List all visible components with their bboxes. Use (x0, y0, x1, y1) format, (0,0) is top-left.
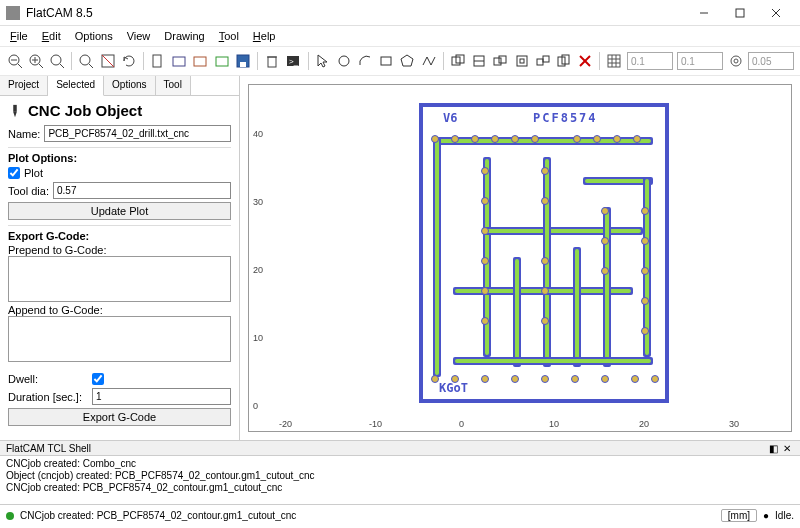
menu-options[interactable]: Options (69, 28, 119, 44)
svg-marker-53 (13, 111, 17, 116)
new-icon[interactable] (150, 51, 167, 71)
svg-rect-23 (268, 57, 276, 67)
svg-line-14 (89, 64, 93, 68)
arc-icon[interactable] (357, 51, 374, 71)
svg-text:>_: >_ (289, 57, 299, 66)
svg-point-50 (734, 59, 738, 63)
shell-line: CNCjob created: Combo_cnc (6, 458, 794, 470)
zoom-reset-icon[interactable] (78, 51, 95, 71)
path-icon[interactable] (420, 51, 437, 71)
minimize-button[interactable] (686, 3, 722, 23)
open-excellon-icon[interactable] (192, 51, 209, 71)
menu-help[interactable]: Help (247, 28, 282, 44)
svg-point-28 (339, 56, 349, 66)
delete-icon[interactable] (264, 51, 281, 71)
plot-area[interactable]: 0 10 20 30 40 -20 -10 0 10 20 30 V6 PCF8… (240, 76, 800, 440)
subtract-icon[interactable] (492, 51, 509, 71)
open-gcode-icon[interactable] (213, 51, 230, 71)
y-tick: 20 (253, 265, 263, 275)
grid-y-input[interactable] (677, 52, 723, 70)
copy-icon[interactable] (555, 51, 572, 71)
status-bar: CNCjob created: PCB_PCF8574_02_contour.g… (0, 504, 800, 526)
dwell-checkbox[interactable] (92, 373, 104, 385)
menu-edit[interactable]: Edit (36, 28, 67, 44)
plot-canvas: 0 10 20 30 40 -20 -10 0 10 20 30 V6 PCF8… (248, 84, 792, 432)
name-input[interactable] (44, 125, 231, 142)
shell-undock-icon[interactable]: ◧ (766, 443, 780, 454)
svg-rect-35 (494, 58, 501, 65)
tool-dia-input[interactable] (53, 182, 231, 199)
rect-icon[interactable] (378, 51, 395, 71)
delete-shape-icon[interactable] (576, 51, 593, 71)
tab-options[interactable]: Options (104, 76, 155, 95)
maximize-button[interactable] (722, 3, 758, 23)
units-indicator[interactable]: [mm] (721, 509, 757, 522)
svg-rect-36 (499, 56, 506, 63)
snap-input[interactable] (748, 52, 794, 70)
dwell-label: Dwell: (8, 373, 88, 385)
svg-line-12 (60, 64, 64, 68)
export-gcode-button[interactable]: Export G-Code (8, 408, 231, 426)
x-tick: 0 (459, 419, 464, 429)
svg-line-16 (102, 55, 114, 67)
toolbar: >_ (0, 46, 800, 76)
duration-input[interactable] (92, 388, 231, 405)
x-tick: -10 (369, 419, 382, 429)
svg-rect-39 (537, 59, 543, 65)
menu-view[interactable]: View (121, 28, 157, 44)
shell-close-icon[interactable]: ✕ (780, 443, 794, 454)
tab-tool[interactable]: Tool (156, 76, 191, 95)
tcl-shell[interactable]: CNCjob created: Combo_cnc Object (cncjob… (0, 456, 800, 504)
svg-rect-22 (240, 62, 246, 67)
x-tick: -20 (279, 419, 292, 429)
svg-rect-45 (608, 55, 620, 67)
svg-rect-20 (216, 57, 228, 66)
zoom-in-icon[interactable] (27, 51, 44, 71)
select-icon[interactable] (315, 51, 332, 71)
zoom-fit-icon[interactable] (48, 51, 65, 71)
union-icon[interactable] (450, 51, 467, 71)
save-icon[interactable] (234, 51, 251, 71)
tool-dia-label: Tool dia: (8, 185, 49, 197)
menu-tool[interactable]: Tool (213, 28, 245, 44)
circle-icon[interactable] (336, 51, 353, 71)
y-tick: 40 (253, 129, 263, 139)
menu-drawing[interactable]: Drawing (158, 28, 210, 44)
window-controls (686, 3, 794, 23)
close-button[interactable] (758, 3, 794, 23)
panel-tabs: Project Selected Options Tool (0, 76, 239, 96)
zoom-out-icon[interactable] (6, 51, 23, 71)
grid-icon[interactable] (606, 51, 623, 71)
status-message: CNCjob created: PCB_PCF8574_02_contour.g… (20, 510, 296, 521)
tab-project[interactable]: Project (0, 76, 48, 95)
menu-file[interactable]: File (4, 28, 34, 44)
svg-line-5 (18, 64, 22, 68)
svg-rect-19 (194, 57, 206, 66)
status-state: Idle. (775, 510, 794, 521)
prepend-textarea[interactable] (8, 256, 231, 302)
append-textarea[interactable] (8, 316, 231, 362)
polygon-icon[interactable] (399, 51, 416, 71)
svg-rect-1 (736, 9, 744, 17)
replot-icon[interactable] (120, 51, 137, 71)
clear-plot-icon[interactable] (99, 51, 116, 71)
svg-rect-17 (153, 55, 161, 67)
shell-line: CNCjob created: PCB_PCF8574_02_contour.g… (6, 482, 794, 494)
svg-rect-52 (13, 104, 17, 111)
plot-checkbox[interactable] (8, 167, 20, 179)
grid-x-input[interactable] (627, 52, 673, 70)
intersect-icon[interactable] (471, 51, 488, 71)
name-label: Name: (8, 128, 40, 140)
tab-selected[interactable]: Selected (48, 76, 104, 96)
update-plot-button[interactable]: Update Plot (8, 202, 231, 220)
x-tick: 20 (639, 419, 649, 429)
shell-icon[interactable]: >_ (285, 51, 302, 71)
cut-icon[interactable] (513, 51, 530, 71)
move-icon[interactable] (534, 51, 551, 71)
window-title: FlatCAM 8.5 (26, 6, 686, 20)
snap-icon[interactable] (727, 51, 744, 71)
status-dot-icon (6, 512, 14, 520)
svg-rect-29 (381, 57, 391, 65)
open-gerber-icon[interactable] (171, 51, 188, 71)
main-area: Project Selected Options Tool CNC Job Ob… (0, 76, 800, 440)
